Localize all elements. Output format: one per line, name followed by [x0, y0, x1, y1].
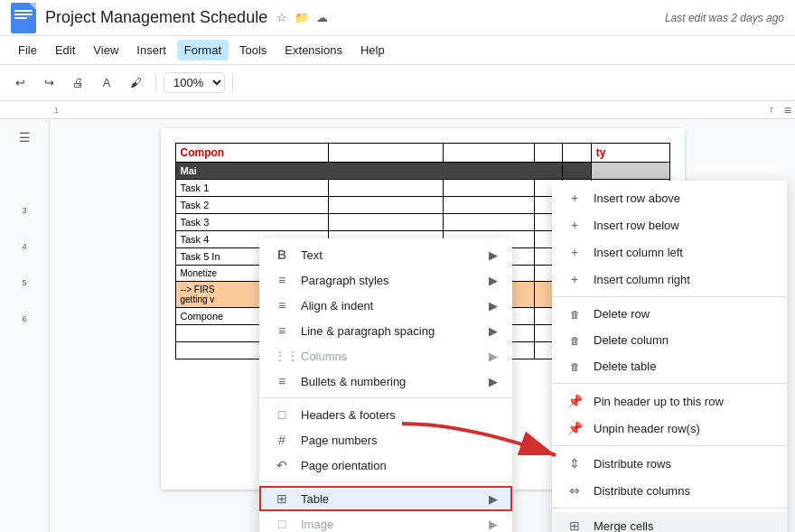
merge-cells-icon: ⊞: [566, 518, 583, 532]
format-linespacing-label: Line & paragraph spacing: [301, 324, 435, 338]
menu-format[interactable]: Format: [177, 40, 229, 61]
orientation-icon: ↶: [274, 458, 290, 472]
format-image-label: Image: [301, 518, 333, 531]
print-button[interactable]: 🖨: [65, 70, 90, 96]
submenu-delete-column[interactable]: 🗑 Delete column: [552, 327, 787, 353]
format-item-table[interactable]: ⊞ Table ▶: [259, 486, 512, 511]
delete-column-icon: 🗑: [566, 335, 583, 346]
task2-cell: Task 2: [175, 197, 329, 214]
submenu-merge-cells[interactable]: ⊞ Merge cells: [552, 512, 787, 532]
linespacing-icon: ≡: [274, 323, 290, 338]
header-cell-4: [535, 144, 563, 163]
folder-icon[interactable]: 📁: [295, 11, 309, 24]
submenu-insert-col-left[interactable]: + Insert column left: [552, 238, 787, 266]
format-item-pagenumbers[interactable]: # Page numbers: [259, 427, 512, 453]
format-table-label: Table: [301, 492, 329, 506]
submenu-pin-header[interactable]: 📌 Pin header up to this row: [552, 387, 787, 415]
paragraph-icon: ≡: [274, 273, 290, 287]
spellcheck-button[interactable]: A: [94, 70, 119, 96]
format-item-text[interactable]: B Text ▶: [259, 242, 512, 267]
submenu-divider-2: [552, 383, 787, 384]
format-dropdown: B Text ▶ ≡ Paragraph styles ▶ ≡ Align & …: [259, 238, 512, 532]
table-submenu: + Insert row above + Insert row below + …: [552, 181, 787, 532]
bullets-icon: ≡: [274, 374, 290, 388]
format-orientation-label: Page orientation: [301, 459, 387, 472]
format-item-orientation[interactable]: ↶ Page orientation: [259, 453, 512, 478]
toolbar-divider-1: [155, 74, 156, 92]
linespacing-arrow-icon: ▶: [489, 324, 498, 338]
menu-view[interactable]: View: [86, 40, 126, 61]
format-item-align[interactable]: ≡ Align & indent ▶: [259, 293, 512, 318]
delete-row-icon: 🗑: [566, 309, 583, 320]
format-align-label: Align & indent: [301, 299, 373, 313]
format-item-paragraph[interactable]: ≡ Paragraph styles ▶: [259, 267, 512, 293]
submenu-delete-column-label: Delete column: [594, 333, 669, 347]
toolbar-divider-2: [232, 74, 233, 92]
format-divider-1: [259, 397, 512, 398]
distribute-rows-icon: ⇕: [566, 456, 583, 471]
svg-rect-2: [14, 14, 33, 15]
submenu-delete-row[interactable]: 🗑 Delete row: [552, 301, 787, 327]
submenu-delete-table-label: Delete table: [594, 359, 656, 373]
title-icons: ☆ 📁 ☁: [276, 11, 328, 24]
submenu-distribute-rows-label: Distribute rows: [594, 457, 671, 471]
header-cell-5: [563, 144, 591, 163]
distribute-cols-icon: ⇔: [566, 483, 583, 498]
task3-cell2: [329, 214, 444, 231]
table-header-row: Compon ty: [175, 144, 669, 163]
align-arrow-icon: ▶: [489, 299, 498, 313]
ruler-numbers: 3 4 5 6: [22, 206, 26, 323]
redo-button[interactable]: ↪: [36, 70, 61, 96]
zoom-select[interactable]: 100%: [164, 72, 225, 93]
format-item-columns[interactable]: ⋮⋮ Columns ▶: [259, 343, 512, 369]
task3-cell3: [444, 214, 535, 231]
image-icon: □: [274, 517, 290, 531]
format-item-bullets[interactable]: ≡ Bullets & numbering ▶: [259, 369, 512, 394]
submenu-distribute-cols[interactable]: ⇔ Distribute columns: [552, 477, 787, 504]
star-icon[interactable]: ☆: [276, 11, 287, 24]
cloud-icon[interactable]: ☁: [316, 11, 328, 24]
format-headers-label: Headers & footers: [301, 408, 396, 422]
submenu-delete-table[interactable]: 🗑 Delete table: [552, 353, 787, 379]
doc-area: Compon ty Mai Task 1: [50, 119, 795, 532]
paragraph-arrow-icon: ▶: [489, 274, 498, 287]
left-sidebar: ☰ 3 4 5 6: [0, 119, 50, 532]
submenu-insert-row-above[interactable]: + Insert row above: [552, 184, 787, 211]
text-arrow-icon: ▶: [489, 248, 498, 262]
menu-edit[interactable]: Edit: [48, 40, 82, 61]
format-text-label: Text: [301, 248, 323, 262]
menu-help[interactable]: Help: [353, 40, 392, 61]
sidebar-nav-icon[interactable]: ☰: [15, 126, 34, 148]
submenu-unpin-header[interactable]: 📌 Unpin header row(s): [552, 415, 787, 442]
undo-button[interactable]: ↩: [7, 70, 33, 96]
main-task-empty: [563, 163, 591, 180]
paint-format-button[interactable]: 🖌: [123, 70, 148, 96]
header-cell-3: [444, 144, 535, 163]
submenu-pin-header-label: Pin header up to this row: [594, 395, 724, 408]
menu-tools[interactable]: Tools: [232, 40, 274, 61]
content-area: ☰ 3 4 5 6 Compon ty Mai: [0, 119, 795, 532]
align-icon: ≡: [274, 298, 290, 313]
submenu-distribute-rows[interactable]: ⇕ Distribute rows: [552, 450, 787, 477]
last-edit-label: Last edit was 2 days ago: [665, 12, 784, 24]
title-bar: Project Management Schedule ☆ 📁 ☁ Last e…: [0, 0, 795, 36]
submenu-divider-4: [552, 508, 787, 509]
submenu-insert-row-below[interactable]: + Insert row below: [552, 211, 787, 238]
svg-rect-1: [14, 10, 33, 12]
header-cell-ty: ty: [591, 144, 669, 163]
submenu-insert-col-right[interactable]: + Insert column right: [552, 266, 787, 293]
menu-file[interactable]: File: [11, 40, 44, 61]
unpin-header-icon: 📌: [566, 421, 583, 435]
format-item-image[interactable]: □ Image ▶: [259, 511, 512, 532]
format-divider-2: [259, 481, 512, 482]
task2-cell3: [444, 197, 535, 214]
format-item-linespacing[interactable]: ≡ Line & paragraph spacing ▶: [259, 318, 512, 343]
headers-icon: □: [274, 407, 290, 422]
header-cell-2: [329, 144, 444, 163]
columns-arrow-icon: ▶: [489, 350, 498, 363]
insert-col-left-icon: +: [566, 245, 583, 259]
main-task-gray: [591, 163, 669, 180]
menu-insert[interactable]: Insert: [129, 40, 173, 61]
menu-extensions[interactable]: Extensions: [277, 40, 350, 61]
format-item-headers[interactable]: □ Headers & footers: [259, 402, 512, 427]
